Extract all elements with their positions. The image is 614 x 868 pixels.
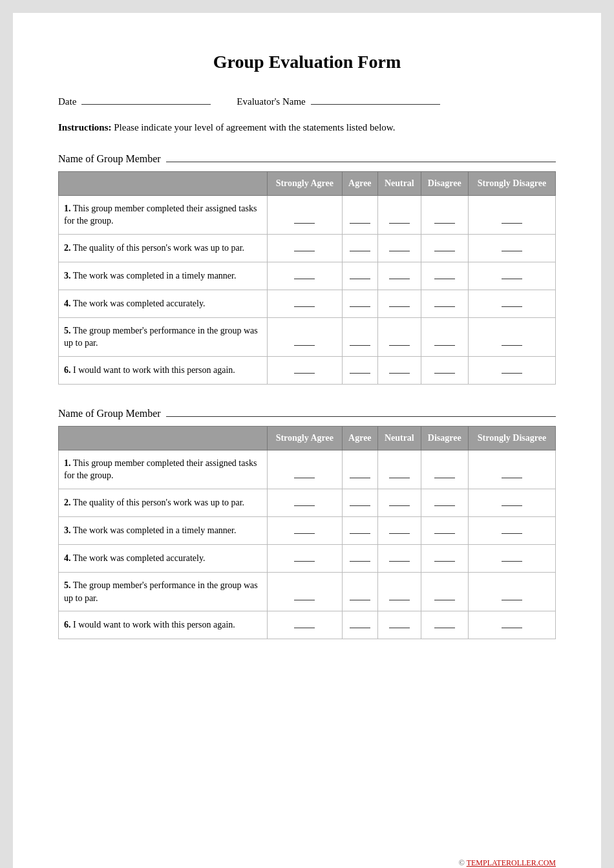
answer-a-1-1[interactable]: [342, 195, 377, 234]
answer-sa-5-1[interactable]: [267, 317, 342, 356]
answer-sa-1-1[interactable]: [267, 195, 342, 234]
answer-d-1-2[interactable]: [421, 450, 468, 489]
answer-sd-3-1[interactable]: [468, 262, 555, 290]
statement-2-2: 2. The quality of this person's work was…: [59, 489, 268, 517]
date-field: Date: [58, 92, 211, 107]
answer-a-4-1[interactable]: [342, 290, 377, 317]
answer-sd-4-1[interactable]: [468, 290, 555, 317]
answer-n-1-2[interactable]: [378, 450, 421, 489]
col-strongly-agree-2: Strongly Agree: [267, 426, 342, 450]
col-disagree-2: Disagree: [421, 426, 468, 450]
answer-d-5-2[interactable]: [421, 573, 468, 611]
table-row: 1. This group member completed their ass…: [59, 450, 556, 489]
answer-d-4-2[interactable]: [421, 545, 468, 573]
answer-a-2-2[interactable]: [342, 489, 377, 517]
answer-n-3-2[interactable]: [378, 517, 421, 545]
answer-d-3-1[interactable]: [421, 262, 468, 290]
answer-n-4-1[interactable]: [378, 290, 421, 317]
answer-sa-4-1[interactable]: [267, 290, 342, 317]
page-title: Group Evaluation Form: [58, 52, 556, 72]
answer-a-5-1[interactable]: [342, 317, 377, 356]
answer-d-6-1[interactable]: [421, 356, 468, 384]
answer-a-1-2[interactable]: [342, 450, 377, 489]
statement-3-1: 3. The work was completed in a timely ma…: [59, 262, 268, 290]
answer-sa-1-2[interactable]: [267, 450, 342, 489]
answer-n-2-2[interactable]: [378, 489, 421, 517]
eval-table-1: Strongly Agree Agree Neutral Disagree St…: [58, 171, 556, 385]
answer-a-6-1[interactable]: [342, 356, 377, 384]
member-name-input-1[interactable]: [166, 149, 556, 162]
answer-sd-5-1[interactable]: [468, 317, 555, 356]
answer-d-5-1[interactable]: [421, 317, 468, 356]
statement-6-1: 6. I would want to work with this person…: [59, 356, 268, 384]
answer-d-6-2[interactable]: [421, 611, 468, 639]
answer-sd-1-1[interactable]: [468, 195, 555, 234]
answer-sa-2-1[interactable]: [267, 234, 342, 262]
answer-n-5-2[interactable]: [378, 573, 421, 611]
table-row: 2. The quality of this person's work was…: [59, 489, 556, 517]
answer-sa-3-2[interactable]: [267, 517, 342, 545]
answer-sa-3-1[interactable]: [267, 262, 342, 290]
answer-d-2-1[interactable]: [421, 234, 468, 262]
statement-1-2: 1. This group member completed their ass…: [59, 450, 268, 489]
answer-sd-2-1[interactable]: [468, 234, 555, 262]
answer-n-2-1[interactable]: [378, 234, 421, 262]
answer-d-1-1[interactable]: [421, 195, 468, 234]
answer-sd-4-2[interactable]: [468, 545, 555, 573]
answer-n-4-2[interactable]: [378, 545, 421, 573]
evaluator-input[interactable]: [311, 92, 440, 105]
answer-n-1-1[interactable]: [378, 195, 421, 234]
statement-5-2: 5. The group member's performance in the…: [59, 573, 268, 611]
answer-sd-3-2[interactable]: [468, 517, 555, 545]
answer-n-3-1[interactable]: [378, 262, 421, 290]
evaluator-field: Evaluator's Name: [237, 92, 439, 107]
table-row: 5. The group member's performance in the…: [59, 317, 556, 356]
answer-d-3-2[interactable]: [421, 517, 468, 545]
answer-sa-5-2[interactable]: [267, 573, 342, 611]
answer-sa-6-1[interactable]: [267, 356, 342, 384]
table-row: 6. I would want to work with this person…: [59, 356, 556, 384]
answer-n-6-1[interactable]: [378, 356, 421, 384]
instructions: Instructions: Please indicate your level…: [58, 120, 556, 135]
answer-a-3-2[interactable]: [342, 517, 377, 545]
col-statement-2: [59, 426, 268, 450]
table-row: 5. The group member's performance in the…: [59, 573, 556, 611]
answer-n-5-1[interactable]: [378, 317, 421, 356]
footer: © TEMPLATEROLLER.COM: [459, 858, 556, 868]
col-agree-2: Agree: [342, 426, 377, 450]
member-name-input-2[interactable]: [166, 404, 556, 417]
answer-a-2-1[interactable]: [342, 234, 377, 262]
answer-sd-6-1[interactable]: [468, 356, 555, 384]
statement-6-2: 6. I would want to work with this person…: [59, 611, 268, 639]
answer-d-2-2[interactable]: [421, 489, 468, 517]
answer-sa-4-2[interactable]: [267, 545, 342, 573]
col-disagree-1: Disagree: [421, 171, 468, 195]
answer-sd-6-2[interactable]: [468, 611, 555, 639]
answer-sa-6-2[interactable]: [267, 611, 342, 639]
answer-a-3-1[interactable]: [342, 262, 377, 290]
col-strongly-agree-1: Strongly Agree: [267, 171, 342, 195]
statement-2-1: 2. The quality of this person's work was…: [59, 234, 268, 262]
table-row: 6. I would want to work with this person…: [59, 611, 556, 639]
col-strongly-disagree-2: Strongly Disagree: [468, 426, 555, 450]
col-agree-1: Agree: [342, 171, 377, 195]
answer-sd-2-2[interactable]: [468, 489, 555, 517]
footer-link[interactable]: TEMPLATEROLLER.COM: [467, 858, 556, 867]
answer-sd-1-2[interactable]: [468, 450, 555, 489]
col-neutral-2: Neutral: [378, 426, 421, 450]
table-header-row-2: Strongly Agree Agree Neutral Disagree St…: [59, 426, 556, 450]
answer-a-4-2[interactable]: [342, 545, 377, 573]
table-row: 2. The quality of this person's work was…: [59, 234, 556, 262]
answer-sd-5-2[interactable]: [468, 573, 555, 611]
answer-a-5-2[interactable]: [342, 573, 377, 611]
answer-d-4-1[interactable]: [421, 290, 468, 317]
answer-sa-2-2[interactable]: [267, 489, 342, 517]
col-statement-1: [59, 171, 268, 195]
member-label-text-2: Name of Group Member: [58, 408, 161, 419]
date-input[interactable]: [81, 92, 211, 105]
answer-n-6-2[interactable]: [378, 611, 421, 639]
answer-a-6-2[interactable]: [342, 611, 377, 639]
page: Group Evaluation Form Date Evaluator's N…: [13, 13, 601, 868]
col-strongly-disagree-1: Strongly Disagree: [468, 171, 555, 195]
table-row: 1. This group member completed their ass…: [59, 195, 556, 234]
